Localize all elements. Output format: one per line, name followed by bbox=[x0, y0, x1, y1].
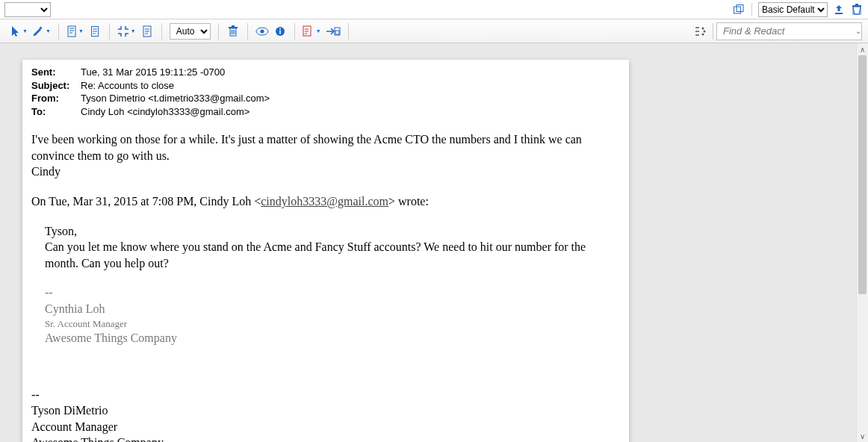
sig-company: Awesome Things Company bbox=[31, 435, 620, 442]
duplicate-window-icon[interactable] bbox=[732, 3, 745, 16]
header-row-from: From: Tyson Dimetrio <t.dimetrio333@gmai… bbox=[31, 92, 620, 105]
chevron-down-icon: ▼ bbox=[46, 28, 51, 34]
svg-rect-4 bbox=[852, 5, 861, 7]
svg-rect-5 bbox=[855, 4, 858, 5]
quoted-sig-title: Sr. Account Manager bbox=[45, 317, 620, 331]
body-signoff: Cindy bbox=[31, 164, 620, 180]
pointer-tool-button[interactable]: ▼ bbox=[10, 24, 28, 39]
header-row-to: To: Cindy Loh <cindyloh3333@gmail.com> bbox=[31, 105, 620, 119]
crop-dropdown-button[interactable]: ▼ bbox=[117, 24, 136, 39]
quoted-separator: -- bbox=[45, 284, 620, 301]
find-redact-input[interactable] bbox=[722, 25, 851, 37]
page-button[interactable] bbox=[140, 24, 154, 39]
svg-point-18 bbox=[279, 28, 281, 29]
separator bbox=[294, 23, 295, 40]
svg-rect-17 bbox=[279, 30, 281, 34]
chevron-down-icon: ▼ bbox=[22, 28, 28, 34]
text: > wrote: bbox=[388, 195, 429, 208]
pdf-export-button[interactable]: ▼ bbox=[303, 24, 321, 39]
quoted-sig-company: Awesome Things Company bbox=[45, 330, 620, 346]
scroll-down-arrow[interactable]: ∨ bbox=[857, 430, 868, 442]
svg-rect-21 bbox=[335, 31, 339, 34]
svg-point-23 bbox=[704, 30, 706, 32]
toolbar-group-trash bbox=[222, 24, 244, 39]
separator bbox=[348, 23, 349, 40]
document-select[interactable] bbox=[4, 2, 51, 17]
toolbar-group-select: ▼ ▼ bbox=[6, 24, 55, 39]
find-redact-box[interactable]: ⌄ bbox=[716, 22, 862, 40]
text: On Tue, Mar 31, 2015 at 7:08 PM, Cindy L… bbox=[31, 195, 261, 208]
document-button[interactable] bbox=[88, 24, 102, 39]
quoted-block: Tyson, Can you let me know where you sta… bbox=[31, 223, 620, 346]
toolbar-group-export: ▼ bbox=[298, 24, 345, 39]
separator bbox=[109, 23, 110, 40]
titlebar: Basic Default bbox=[0, 0, 868, 19]
header-row-sent: Sent: Tue, 31 Mar 2015 19:11:25 -0700 bbox=[31, 66, 620, 79]
quoted-intro: On Tue, Mar 31, 2015 at 7:08 PM, Cindy L… bbox=[31, 193, 620, 210]
upload-icon[interactable] bbox=[832, 3, 846, 16]
body-paragraph: I've been working on those for a while. … bbox=[31, 131, 620, 164]
email-body: I've been working on those for a while. … bbox=[31, 131, 620, 442]
separator bbox=[161, 23, 162, 40]
zoom-select[interactable]: Auto bbox=[170, 23, 211, 40]
header-value: Re: Accounts to close bbox=[81, 79, 174, 93]
email-link[interactable]: cindyloh3333@gmail.com bbox=[261, 195, 388, 208]
sig-title: Account Manager bbox=[31, 419, 620, 435]
header-value: Cindy Loh <cindyloh3333@gmail.com> bbox=[81, 105, 249, 119]
toolbar: ▼ ▼ ▼ ▼ Auto bbox=[0, 19, 868, 43]
header-label: Subject: bbox=[31, 79, 81, 93]
header-label: Sent: bbox=[31, 66, 81, 79]
email-headers: Sent: Tue, 31 Mar 2015 19:11:25 -0700 Su… bbox=[31, 66, 620, 118]
svg-rect-7 bbox=[68, 26, 75, 37]
eye-icon[interactable] bbox=[255, 24, 269, 39]
quoted-sig-name: Cynthia Loh bbox=[45, 301, 620, 317]
separator bbox=[218, 23, 219, 40]
delete-button[interactable] bbox=[226, 24, 240, 39]
svg-point-15 bbox=[260, 29, 264, 33]
scroll-thumb[interactable] bbox=[858, 55, 867, 294]
toolbar-group-view bbox=[251, 24, 291, 39]
header-value: Tyson Dimetrio <t.dimetrio333@gmail.com> bbox=[81, 92, 270, 105]
highlight-tool-button[interactable]: ▼ bbox=[32, 24, 51, 39]
trash-icon[interactable] bbox=[850, 3, 864, 16]
scroll-up-arrow[interactable]: ∧ bbox=[857, 43, 868, 55]
svg-rect-13 bbox=[232, 25, 235, 27]
email-page: Sent: Tue, 31 Mar 2015 19:11:25 -0700 Su… bbox=[22, 60, 629, 442]
list-settings-icon[interactable] bbox=[695, 24, 710, 39]
header-row-subject: Subject: Re: Accounts to close bbox=[31, 79, 620, 93]
sig-name: Tyson DiMetrio bbox=[31, 402, 620, 419]
svg-point-24 bbox=[702, 33, 704, 35]
chevron-down-icon: ▼ bbox=[316, 28, 321, 34]
svg-rect-2 bbox=[835, 13, 843, 14]
svg-rect-12 bbox=[229, 27, 238, 28]
print-forward-button[interactable] bbox=[326, 24, 341, 39]
document-viewport: Sent: Tue, 31 Mar 2015 19:11:25 -0700 Su… bbox=[0, 43, 868, 442]
svg-point-22 bbox=[702, 27, 704, 29]
svg-rect-0 bbox=[734, 7, 741, 13]
chevron-down-icon: ▼ bbox=[131, 28, 136, 34]
quoted-line: Can you let me know where you stand on t… bbox=[45, 239, 620, 271]
document-dropdown-button[interactable]: ▼ bbox=[66, 24, 84, 39]
quoted-line: Tyson, bbox=[45, 223, 620, 240]
vertical-scrollbar[interactable]: ∧ ∨ bbox=[856, 43, 868, 442]
scroll-track[interactable] bbox=[857, 55, 868, 430]
chevron-down-icon[interactable]: ⌄ bbox=[855, 27, 861, 35]
separator bbox=[247, 23, 248, 40]
separator bbox=[58, 23, 59, 40]
svg-rect-1 bbox=[737, 4, 743, 11]
separator bbox=[751, 3, 752, 16]
sig-separator: -- bbox=[31, 387, 620, 403]
chevron-down-icon: ▼ bbox=[78, 28, 84, 34]
toolbar-group-clip: ▼ bbox=[113, 24, 158, 39]
header-value: Tue, 31 Mar 2015 19:11:25 -0700 bbox=[81, 66, 225, 79]
info-icon[interactable] bbox=[273, 24, 287, 39]
profile-select[interactable]: Basic Default bbox=[758, 2, 828, 17]
separator bbox=[713, 23, 713, 40]
toolbar-group-docs: ▼ bbox=[62, 24, 106, 39]
header-label: To: bbox=[31, 105, 81, 119]
toolbar-group-zoom: Auto bbox=[165, 23, 215, 40]
header-label: From: bbox=[31, 92, 81, 105]
